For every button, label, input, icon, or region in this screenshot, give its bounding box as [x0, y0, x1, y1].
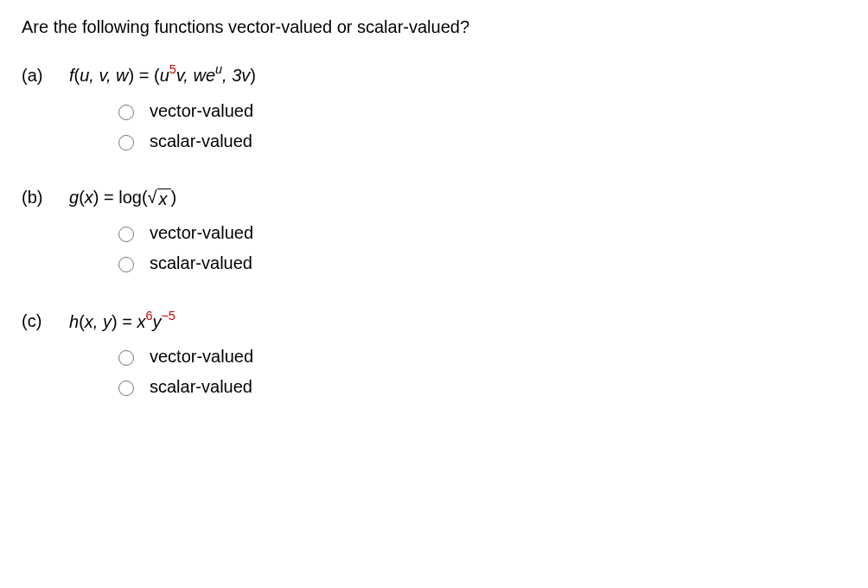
part-c-label: (c): [22, 311, 69, 331]
option-label-vector: vector-valued: [150, 101, 253, 121]
option-a-scalar[interactable]: scalar-valued: [114, 131, 846, 151]
func-name: g: [69, 188, 79, 207]
func-args: u, v, w: [80, 66, 128, 85]
eq-exp2: −5: [161, 309, 175, 323]
radicand: x: [157, 189, 171, 208]
option-c-vector[interactable]: vector-valued: [114, 347, 846, 367]
option-label-scalar: scalar-valued: [150, 377, 252, 397]
option-label-vector: vector-valued: [150, 223, 253, 243]
option-label-vector: vector-valued: [150, 347, 253, 367]
eq-exp1: 5: [169, 62, 176, 76]
part-a-equation: f(u, v, w) = (u5v, weu, 3v): [69, 63, 256, 86]
part-c: (c) h(x, y) = x6y−5 vector-valued scalar…: [22, 310, 846, 398]
radio-a-vector[interactable]: [118, 105, 134, 120]
part-b-equation: g(x) = log(√x): [69, 188, 176, 208]
eq-base1: u: [160, 66, 169, 85]
radio-b-scalar[interactable]: [118, 257, 134, 272]
radio-c-scalar[interactable]: [118, 380, 134, 396]
option-c-scalar[interactable]: scalar-valued: [114, 377, 846, 397]
eq-after1: v, we: [176, 66, 215, 85]
part-b: (b) g(x) = log(√x) vector-valued scalar-…: [22, 188, 846, 273]
radio-c-vector[interactable]: [118, 350, 134, 366]
func-args: x, y: [85, 311, 112, 330]
func-name: h: [69, 311, 79, 330]
option-b-scalar[interactable]: scalar-valued: [114, 253, 846, 273]
eq-exp2: u: [215, 62, 222, 76]
eq-base1: x: [137, 311, 145, 330]
option-b-vector[interactable]: vector-valued: [114, 223, 846, 243]
radio-b-vector[interactable]: [118, 227, 134, 242]
close-paren: ): [171, 188, 177, 207]
part-c-equation: h(x, y) = x6y−5: [69, 310, 176, 332]
radio-a-scalar[interactable]: [118, 135, 134, 150]
option-label-scalar: scalar-valued: [150, 131, 252, 151]
option-a-vector[interactable]: vector-valued: [114, 101, 846, 121]
option-label-scalar: scalar-valued: [150, 253, 252, 273]
func-args: x: [85, 188, 93, 207]
sqrt-icon: √x: [148, 189, 171, 208]
part-a: (a) f(u, v, w) = (u5v, weu, 3v) vector-v…: [22, 63, 846, 151]
part-a-label: (a): [22, 66, 69, 86]
log-text: log(: [118, 188, 147, 207]
eq-exp1: 6: [145, 309, 152, 323]
part-b-label: (b): [22, 188, 69, 208]
eq-base2: y: [152, 311, 161, 330]
eq-after2: , 3v: [222, 66, 250, 85]
question-prompt: Are the following functions vector-value…: [22, 17, 846, 37]
